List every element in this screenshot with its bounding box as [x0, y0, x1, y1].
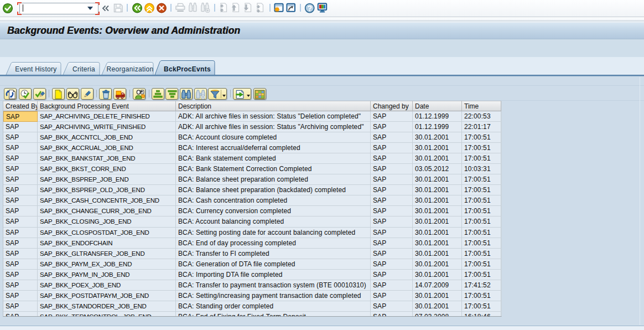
- svg-text:BckProcEvnts: BckProcEvnts: [164, 65, 211, 73]
- svg-text:Event History: Event History: [15, 65, 56, 73]
- svg-text:Reorganization: Reorganization: [107, 65, 154, 73]
- svg-text:Criteria: Criteria: [72, 65, 95, 73]
- svg-text:?: ?: [307, 4, 312, 13]
